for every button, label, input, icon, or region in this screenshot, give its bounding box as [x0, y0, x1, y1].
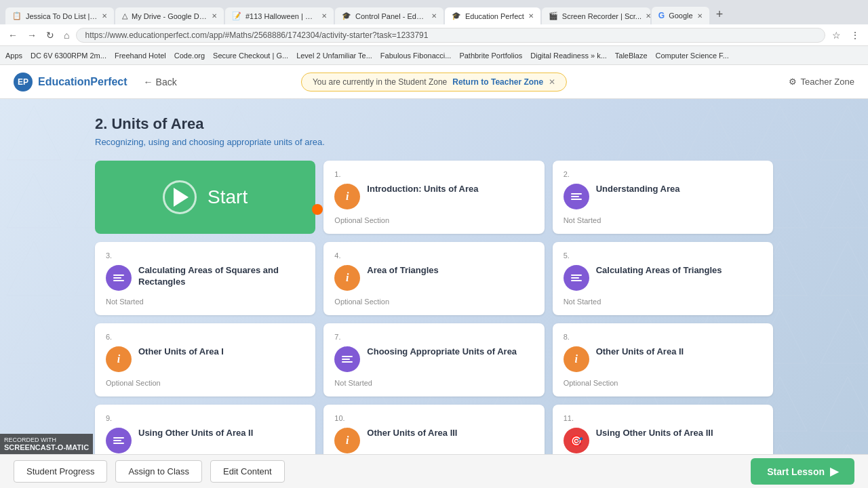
teacher-zone-button[interactable]: ⚙ Teacher Zone: [789, 77, 855, 87]
card-header-10: i Other Units of Area III: [334, 428, 533, 453]
card-header-3: Calculating Areas of Squares and Rectang…: [106, 265, 304, 291]
card-title-4: Area of Triangles: [367, 265, 533, 277]
info-icon-4: i: [346, 272, 349, 284]
tab-screen-recorder[interactable]: 🎬Screen Recorder | Scr...✕: [542, 7, 650, 24]
bookmark-code[interactable]: Code.org: [174, 52, 205, 60]
card-title-2: Understanding Area: [596, 184, 762, 195]
tab-4[interactable]: 🎓Control Panel - Educa...✕: [335, 7, 443, 24]
card-number-1: 1.: [334, 170, 533, 178]
card-status-8: Optional Section: [564, 372, 762, 387]
bookmark-digital[interactable]: Digital Readiness » k...: [530, 52, 607, 60]
notification-bar: You are currently in the Student Zone Re…: [301, 73, 567, 92]
card-header-6: i Other Units of Area I: [106, 346, 304, 372]
start-label: Start: [208, 186, 248, 208]
info-icon: i: [346, 190, 349, 203]
tab-google[interactable]: GGoogle✕: [652, 7, 709, 24]
card-icon-9: [106, 428, 132, 453]
app-header: EP EducationPerfect ← Back You are curre…: [0, 65, 868, 99]
cards-grid: Start 1. i Introduction: Units of Area O…: [95, 161, 773, 478]
bookmark-freehand[interactable]: Freehand Hotel: [115, 52, 166, 60]
start-lesson-arrow-icon: ▶: [830, 465, 838, 478]
edit-content-button[interactable]: Edit Content: [210, 460, 285, 483]
card-header-4: i Area of Triangles: [334, 265, 533, 291]
card-icon-10: i: [334, 428, 360, 453]
forward-nav-button[interactable]: →: [24, 28, 39, 42]
info-icon-8: i: [574, 353, 577, 365]
card-header-11: 🎯 Using Other Units of Area III: [564, 428, 762, 453]
activity-card-8[interactable]: 8. i Other Units of Area II Optional Sec…: [553, 323, 773, 396]
card-number-11: 11.: [564, 414, 762, 422]
new-tab-button[interactable]: +: [713, 5, 726, 24]
start-lesson-button[interactable]: Start Lesson ▶: [751, 458, 854, 485]
card-icon-4: i: [334, 265, 360, 291]
activity-card-3[interactable]: 3. Calculating Areas of Squares and Rect…: [95, 242, 315, 315]
card-status-7: Not Started: [334, 372, 533, 387]
settings-button[interactable]: ⋮: [848, 28, 863, 42]
notification-close-icon[interactable]: ✕: [549, 77, 555, 87]
activity-card-1[interactable]: 1. i Introduction: Units of Area Optiona…: [323, 161, 544, 234]
page-title: 2. Units of Area: [95, 115, 773, 133]
bookmark-dc[interactable]: DC 6V 6300RPM 2m...: [31, 52, 106, 60]
return-to-teacher-zone-link[interactable]: Return to Teacher Zone: [452, 77, 543, 87]
browser-tabs: 📋Jessica To Do List | Tre...✕ △My Drive …: [0, 0, 868, 24]
bookmark-cs[interactable]: Computer Science F...: [656, 52, 729, 60]
back-button[interactable]: ← Back: [144, 77, 177, 87]
info-icon-6: i: [117, 353, 120, 365]
bottom-toolbar: Student Progress Assign to Class Edit Co…: [0, 454, 868, 488]
list-icon-3: [111, 272, 127, 284]
bookmark-apps[interactable]: Apps: [5, 52, 22, 60]
card-number-10: 10.: [334, 414, 533, 422]
start-card[interactable]: Start: [95, 161, 315, 234]
target-icon-11: 🎯: [570, 434, 583, 447]
bookmark-level2[interactable]: Level 2 Unfamiliar Te...: [296, 52, 372, 60]
card-icon-8: i: [564, 346, 589, 372]
bookmark-taleblaze[interactable]: TaleBlaze: [615, 52, 648, 60]
card-icon-2: [564, 184, 589, 209]
tab-2[interactable]: △My Drive - Google Dri...✕: [115, 7, 224, 24]
student-progress-button[interactable]: Student Progress: [14, 460, 107, 483]
bookmark-fibonacci[interactable]: Fabulous Fibonacci...: [380, 52, 452, 60]
screencast-watermark: RECORDED WITH SCREENCAST-O-MATIC: [0, 434, 93, 454]
card-number-8: 8.: [564, 333, 762, 341]
home-button[interactable]: ⌂: [61, 28, 72, 42]
tab-education-perfect[interactable]: 🎓Education Perfect✕: [445, 7, 540, 24]
assign-to-class-button[interactable]: Assign to Class: [115, 460, 202, 483]
card-icon-3: [106, 265, 132, 291]
activity-card-6[interactable]: 6. i Other Units of Area I Optional Sect…: [95, 323, 315, 396]
activity-card-7[interactable]: 7. Choosing Appropriate Units of Area No…: [323, 323, 544, 396]
url-bar[interactable]: https://www.educationperfect.com/app/#Ma…: [76, 28, 825, 43]
card-status-1: Optional Section: [334, 209, 533, 224]
card-header-1: i Introduction: Units of Area: [334, 184, 533, 209]
card-header-2: Understanding Area: [564, 184, 762, 209]
card-number-7: 7.: [334, 333, 533, 341]
list-icon-9: [111, 434, 127, 447]
card-number-5: 5.: [564, 251, 762, 260]
card-title-9: Using Other Units of Area II: [138, 428, 304, 439]
bookmark-pathbrite[interactable]: Pathbrite Portfolios: [459, 52, 522, 60]
bookmark-button[interactable]: ☆: [829, 28, 844, 42]
play-triangle: [174, 188, 189, 207]
card-title-3: Calculating Areas of Squares and Rectang…: [138, 265, 304, 288]
card-header-8: i Other Units of Area II: [564, 346, 762, 372]
activity-card-2[interactable]: 2. Understanding Area Not Started: [553, 161, 773, 234]
card-status-5: Not Started: [564, 291, 762, 306]
card-title-5: Calculating Areas of Triangles: [596, 265, 762, 277]
tab-3[interactable]: 📝#113 Halloween | Stu...✕: [225, 7, 334, 24]
teacher-zone-label: Teacher Zone: [801, 77, 855, 87]
activity-card-4[interactable]: 4. i Area of Triangles Optional Section: [323, 242, 544, 315]
reload-button[interactable]: ↻: [43, 28, 57, 42]
card-number-4: 4.: [334, 251, 533, 260]
card-status-2: Not Started: [564, 209, 762, 224]
bookmark-checkout[interactable]: Secure Checkout | G...: [213, 52, 288, 60]
card-icon-5: [564, 265, 589, 291]
card-number-9: 9.: [106, 414, 304, 422]
page-subtitle: Recognizing, using and choosing appropri…: [95, 137, 773, 147]
info-icon-10: i: [346, 434, 349, 447]
back-nav-button[interactable]: ←: [5, 28, 20, 42]
watermark-text-2: SCREENCAST-O-MATIC: [4, 443, 89, 451]
tab-1[interactable]: 📋Jessica To Do List | Tre...✕: [5, 7, 114, 24]
activity-card-5[interactable]: 5. Calculating Areas of Triangles Not St…: [553, 242, 773, 315]
list-icon-5: [568, 272, 585, 284]
browser-nav: ← → ↻ ⌂ https://www.educationperfect.com…: [0, 24, 868, 46]
card-number-6: 6.: [106, 333, 304, 341]
